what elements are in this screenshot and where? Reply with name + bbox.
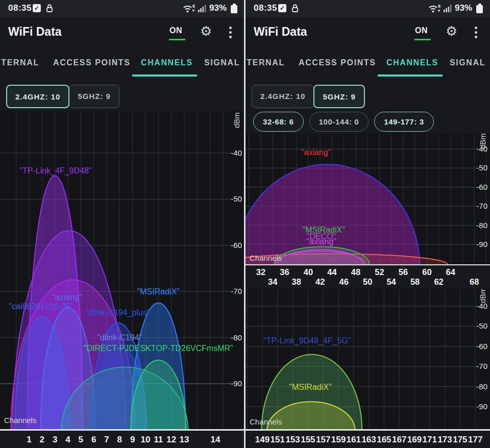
y-tick-label: -60 [476, 342, 487, 351]
tab-signal[interactable]: SIGNAL [204, 58, 240, 67]
channel-tick-label: 171 [423, 435, 437, 445]
channel-tick-label: 56 [399, 267, 408, 277]
range-chip-group: 32-68: 6 100-144: 0 149-177: 3 [253, 112, 434, 132]
channel-tick-label: 34 [268, 277, 277, 287]
channel-tick-label: 157 [316, 435, 330, 445]
tab-bar: XTERNAL ACCESS POINTS CHANNELS SIGNAL [0, 48, 245, 78]
wifi-on-toggle[interactable]: ON [415, 26, 428, 35]
active-tab-indicator [378, 74, 443, 77]
wifi-status-icon: 6 [428, 4, 442, 13]
channel-tick-label: 54 [386, 277, 396, 287]
svg-text:6: 6 [438, 4, 440, 9]
channel-tick-label: 153 [285, 435, 300, 445]
cell-signal-icon [444, 5, 452, 12]
lock-icon [46, 4, 53, 13]
channel-tick-label: 177 [468, 435, 482, 445]
checkbox-notification-icon: ✓ [33, 4, 41, 12]
channel-tick-label: 159 [331, 435, 346, 445]
channel-tick-label: 42 [315, 277, 325, 287]
channel-tick-label: 40 [304, 267, 313, 277]
status-time: 08:35 [8, 3, 32, 13]
channel-axis-5ghz-32-68: 323640444852566064343842465054586268 [246, 264, 490, 289]
y-tick-label: -80 [476, 382, 487, 391]
ssid-label: "cai08261226-3F" [9, 302, 74, 311]
channel-tick-label: 175 [453, 435, 467, 445]
app-bar: WiFi Data ON ⚙ [0, 17, 245, 48]
channel-axis-5ghz-149-177: 1491511531551571591611631651671691711731… [246, 429, 490, 448]
tab-channels[interactable]: CHANNELS [141, 58, 193, 67]
channel-tick-label: 165 [377, 435, 391, 445]
settings-gear-icon[interactable]: ⚙ [446, 23, 457, 39]
tab-external[interactable]: XTERNAL [0, 58, 39, 67]
battery-icon [231, 5, 237, 13]
status-bar: 08:35 ✓ 6 93% [0, 0, 245, 17]
channel-tick-label: 4 [65, 435, 70, 445]
band-chip-5ghz[interactable]: 5GHZ: 9 [313, 85, 365, 108]
range-chip-100-144[interactable]: 100-144: 0 [309, 112, 369, 132]
ssid-label: "axiang" [52, 293, 82, 302]
channel-tick-label: 5 [79, 435, 83, 445]
svg-text:6: 6 [192, 4, 195, 9]
channel-tick-label: 2 [40, 435, 44, 445]
y-tick-label: -60 [476, 183, 487, 191]
tab-channels[interactable]: CHANNELS [386, 58, 438, 67]
channel-tick-label: 173 [437, 435, 452, 445]
band-chip-group: 2.4GHZ: 10 5GHZ: 9 [252, 85, 365, 108]
tab-signal[interactable]: SIGNAL [450, 58, 485, 67]
tab-access-points[interactable]: ACCESS POINTS [53, 58, 131, 67]
channel-tick-label: 167 [392, 435, 406, 445]
overflow-menu-icon[interactable] [475, 27, 477, 40]
channel-tick-label: 52 [375, 267, 384, 277]
battery-percent: 93% [209, 3, 227, 13]
y-tick-label: -90 [476, 402, 487, 411]
screen-panel-5ghz: 08:35 ✓ 6 93% WiFi Data ON ⚙ XTERNAL [246, 0, 490, 448]
y-tick-label: -60 [231, 241, 242, 250]
channel-tick-label: 155 [301, 435, 315, 445]
ssid-label: "axiang" [306, 237, 336, 246]
y-tick-label: -40 [231, 148, 242, 157]
y-tick-label: -50 [476, 163, 487, 172]
channel-tick-label: 161 [347, 435, 361, 445]
channel-tick-label: 68 [470, 277, 479, 287]
channel-graph-2-4ghz: -40-50-60-70-80-90"TP-Link_4F_9D48""cai0… [0, 111, 245, 429]
ssid-label: "TP-Link_4F_9D48" [19, 166, 91, 176]
channel-tick-label: 13 [180, 435, 189, 445]
tab-access-points[interactable]: ACCESS POINTS [299, 58, 376, 67]
channel-graph-5ghz-149-177: -40-50-60-70-80-90"TP-Link_9D48_4F_5G""M… [246, 289, 490, 429]
band-chip-group: 2.4GHZ: 10 5GHZ: 9 [6, 85, 119, 108]
ssid-label: "DIRECT-PJDESKTOP-TD26VCFmsMR" [84, 344, 233, 353]
band-chip-2-4ghz[interactable]: 2.4GHZ: 10 [252, 85, 314, 108]
wifi-on-toggle[interactable]: ON [169, 26, 182, 35]
channel-axis-2-4ghz: 1234567891011121314 [0, 429, 245, 448]
band-chip-2-4ghz[interactable]: 2.4GHZ: 10 [6, 85, 69, 108]
channel-tick-label: 64 [446, 267, 455, 277]
channel-tick-label: 38 [292, 277, 301, 287]
y-tick-label: -80 [476, 221, 487, 230]
channel-tick-label: 169 [407, 435, 422, 445]
tab-external[interactable]: XTERNAL [246, 58, 285, 67]
channel-tick-label: 32 [256, 267, 265, 277]
battery-icon [476, 5, 483, 13]
channel-tick-label: 163 [361, 435, 376, 445]
channel-tick-label: 3 [53, 435, 57, 445]
y-axis-unit: dBm [232, 112, 241, 128]
wifi-on-indicator [169, 39, 185, 40]
y-axis-unit: dBm [478, 289, 487, 303]
panel-divider [244, 0, 246, 448]
ssid-label: "MSIRadiX" [137, 287, 180, 296]
wifi-on-indicator [414, 39, 431, 40]
channel-tick-label: 12 [166, 435, 176, 445]
range-chip-32-68[interactable]: 32-68: 6 [253, 112, 304, 132]
screen-panel-2-4ghz: 08:35 ✓ 6 93% WiFi Data ON ⚙ XTERNAL [0, 0, 245, 448]
overflow-menu-icon[interactable] [229, 27, 232, 40]
lock-icon [291, 4, 299, 13]
channel-tick-label: 62 [434, 277, 443, 287]
channel-graph-5ghz-32-68: -40-50-60-70-80-90"axiang""MSIRadiX""DEC… [246, 134, 490, 264]
app-title: WiFi Data [254, 25, 307, 39]
settings-gear-icon[interactable]: ⚙ [200, 23, 212, 39]
channel-tick-label: 9 [130, 435, 135, 445]
channel-tick-label: 7 [104, 435, 109, 445]
ssid-label: "dlink-C194" [97, 333, 142, 342]
band-chip-5ghz[interactable]: 5GHZ: 9 [69, 85, 119, 108]
range-chip-149-177[interactable]: 149-177: 3 [374, 112, 434, 132]
